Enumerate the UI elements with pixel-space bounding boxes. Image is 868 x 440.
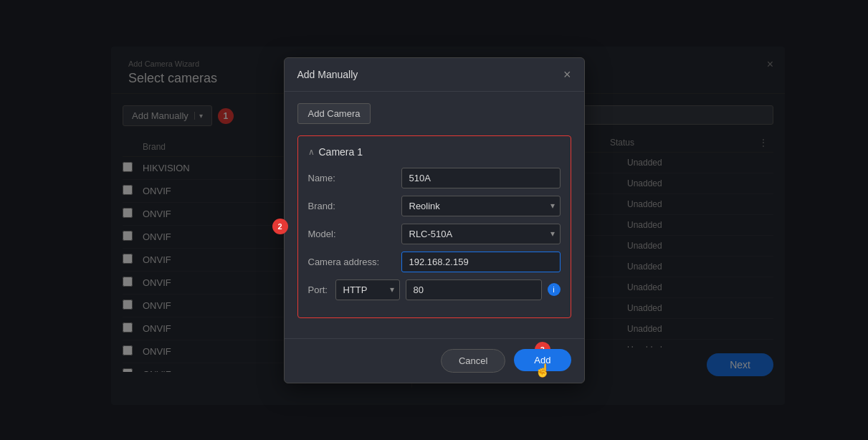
name-row: Name: [308,168,561,188]
name-input[interactable] [401,168,561,188]
name-label: Name: [308,173,401,183]
modal-title: Add Manually [297,69,358,80]
port-row: Port: HTTP HTTPS RTSP i [308,279,561,300]
brand-select[interactable]: Reolink [401,196,561,216]
port-protocol-wrapper: HTTP HTTPS RTSP [335,279,400,300]
camera-address-label: Camera address: [308,257,401,267]
port-info-icon[interactable]: i [548,283,561,296]
camera-address-row: Camera address: [308,252,561,272]
modal-footer: Cancel 3 Add ☝ [285,338,584,383]
modal-body: Add Camera 2 ∧ Camera 1 Name: Brand: [285,92,584,338]
camera-address-input[interactable] [401,252,561,272]
port-protocol-select[interactable]: HTTP HTTPS RTSP [335,279,400,300]
port-label: Port: [308,284,335,295]
modal-overlay: Add Manually × Add Camera 2 ∧ Camera 1 N… [0,0,868,440]
brand-label: Brand: [308,201,401,211]
add-camera-button[interactable]: Add Camera [297,103,371,124]
camera-section-title: Camera 1 [319,146,363,158]
model-select-wrapper: RLC-510A [401,224,561,244]
collapse-icon[interactable]: ∧ [308,147,315,157]
add-button-wrapper: 3 Add ☝ [514,349,571,373]
add-button[interactable]: Add [514,349,571,371]
modal-header: Add Manually × [285,58,584,92]
camera-section-header: ∧ Camera 1 [308,146,561,158]
model-label: Model: [308,229,401,239]
step-badge-2: 2 [272,219,288,234]
brand-select-wrapper: Reolink [401,196,561,216]
brand-row: Brand: Reolink [308,196,561,216]
camera-section: 2 ∧ Camera 1 Name: Brand: Reolink [297,135,571,318]
model-select[interactable]: RLC-510A [401,224,561,244]
modal-close-button[interactable]: × [563,68,571,81]
port-number-input[interactable] [406,279,542,300]
add-manually-modal: Add Manually × Add Camera 2 ∧ Camera 1 N… [284,57,585,383]
port-controls: HTTP HTTPS RTSP i [335,279,561,300]
cancel-button[interactable]: Cancel [441,349,505,373]
model-row: Model: RLC-510A [308,224,561,244]
